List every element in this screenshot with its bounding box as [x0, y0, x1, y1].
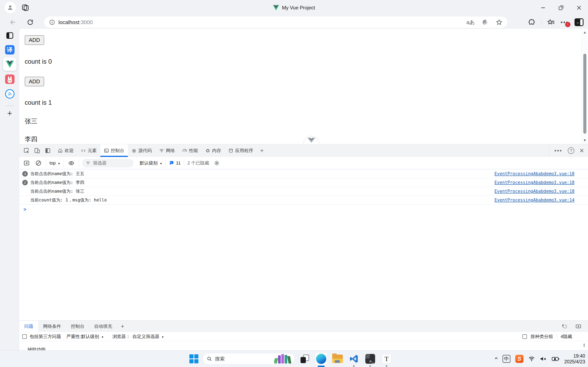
volume-muted-icon[interactable] — [540, 356, 547, 362]
console-settings-gear-icon[interactable] — [213, 159, 221, 167]
collections-icon[interactable] — [547, 19, 555, 26]
devtools-close-icon[interactable]: × — [580, 147, 584, 154]
vue-devtools-toggle[interactable] — [304, 137, 319, 144]
tab-application[interactable]: 应用程序 — [225, 144, 257, 157]
running-indicator — [369, 365, 371, 367]
drawer-more-tools-button[interactable]: + — [117, 321, 128, 332]
chevron-down-icon — [101, 334, 104, 339]
taskbar-terminal-button[interactable]: >_ — [364, 352, 376, 365]
add-button-1[interactable]: ADD — [25, 35, 44, 45]
new-tab-button[interactable]: + — [0, 109, 19, 118]
source-link[interactable]: EventProcessingAbabdemo3.vue:18 — [494, 189, 574, 194]
tab-elements[interactable]: 元素 — [77, 144, 100, 157]
battery-icon[interactable] — [552, 356, 559, 362]
clear-console-icon[interactable] — [34, 159, 43, 167]
window-title: My Vue Project — [282, 5, 315, 11]
console-sidebar-icon[interactable] — [22, 159, 31, 167]
taskbar-search[interactable]: 搜索 — [203, 353, 295, 365]
device-toolbar-icon[interactable] — [33, 146, 42, 155]
site-info-icon[interactable] — [49, 19, 55, 25]
refresh-issues-icon[interactable] — [560, 322, 569, 331]
expand-drawer-icon[interactable] — [574, 322, 583, 331]
tab-translate-favicon[interactable]: 译 — [0, 45, 19, 55]
url-host: localhost — [59, 19, 79, 25]
tab-actions-icon[interactable] — [0, 31, 19, 40]
drawer-tab-autofill[interactable]: 自动填充 — [89, 321, 117, 332]
third-party-checkbox[interactable] — [22, 334, 27, 339]
source-link[interactable]: EventProcessingAbabdemo3.vue:14 — [494, 198, 574, 202]
read-aloud-icon[interactable] — [482, 19, 489, 26]
more-tools-button[interactable]: + — [257, 144, 267, 157]
tray-overflow-chevron-icon[interactable]: ^ — [495, 357, 498, 361]
count-text-2: count is 1 — [25, 99, 52, 106]
start-button[interactable] — [189, 352, 199, 365]
severity-dropdown[interactable]: 严重性:默认级别 — [66, 334, 104, 340]
sidebar-toggle-icon[interactable]: ← — [574, 18, 583, 26]
drawer-scroll-spinner[interactable]: ▲▼ — [583, 343, 586, 347]
tab-vue-active[interactable] — [0, 57, 19, 71]
back-button[interactable] — [8, 17, 18, 28]
tab-welcome[interactable]: 欢迎 — [54, 144, 77, 157]
add-button-2[interactable]: ADD — [25, 77, 44, 86]
issues-counter[interactable]: 11 — [169, 160, 181, 166]
prompt-chevron-icon: > — [24, 207, 26, 212]
close-window-button[interactable] — [570, 0, 588, 15]
ime-indicator[interactable]: 中 — [503, 355, 510, 363]
favorite-star-icon[interactable] — [496, 19, 503, 26]
browser-filter-dropdown[interactable]: 浏览器： 自定义筛选器 — [112, 334, 164, 340]
taskbar-clock[interactable]: 19:40 2025/4/23 — [564, 353, 585, 365]
scroll-down-icon[interactable]: ▼ — [581, 138, 588, 142]
console-prompt[interactable]: > — [19, 205, 588, 214]
tab-network[interactable]: 网络 — [155, 144, 179, 157]
drawer-tab-issues[interactable]: 问题 — [19, 321, 38, 332]
drawer-tab-console[interactable]: 控制台 — [66, 321, 89, 332]
tab-performance[interactable]: 性能 — [179, 144, 202, 157]
scroll-up-icon[interactable]: ▲ — [581, 30, 588, 34]
refresh-button[interactable] — [25, 17, 35, 28]
vue-favicon — [6, 61, 14, 68]
name-item-2[interactable]: 李四 — [25, 135, 52, 143]
task-view-button[interactable] — [298, 352, 311, 365]
wifi-icon[interactable] — [528, 356, 535, 362]
name-item-1[interactable]: 张三 — [25, 117, 52, 125]
tab-signal-favicon[interactable] — [0, 89, 19, 99]
group-by-kind-checkbox[interactable] — [522, 334, 527, 339]
scrollbar-thumb[interactable] — [583, 54, 586, 134]
restore-button[interactable] — [552, 0, 570, 15]
inspect-element-icon[interactable] — [22, 146, 31, 155]
search-highlight-image[interactable] — [274, 354, 293, 364]
screen: My Vue Project localhost:3000 aあ — [0, 0, 588, 367]
url-field[interactable]: localhost:3000 aあ — [44, 17, 508, 28]
taskbar-explorer-button[interactable] — [331, 352, 344, 365]
page-scrollbar[interactable]: ▲ ▼ — [581, 29, 588, 144]
console-filter-input[interactable]: 筛选器 — [82, 159, 133, 167]
translate-icon[interactable]: aあ — [466, 19, 475, 26]
tab-rabbit-favicon[interactable] — [0, 75, 19, 84]
taskbar-vscode-button[interactable] — [348, 352, 360, 365]
settings-more-button[interactable]: ••• ↑ — [561, 18, 569, 26]
chevron-down-icon — [160, 160, 162, 166]
taskbar-edge-button[interactable] — [315, 352, 327, 365]
sogou-input-icon[interactable]: S — [515, 355, 523, 363]
live-expression-eye-icon[interactable] — [67, 159, 76, 167]
hidden-messages-label[interactable]: 2 个已隐藏 — [187, 160, 209, 166]
drawer-tab-network-conditions[interactable]: 网络条件 — [38, 321, 66, 332]
log-level-selector[interactable]: 默认级别 — [140, 160, 162, 166]
taskbar-typora-button[interactable]: T — [380, 352, 393, 365]
extensions-icon[interactable] — [528, 19, 536, 26]
devtools-help-icon[interactable]: ? — [568, 147, 574, 154]
issue-category-label[interactable]: 辅助功能 — [28, 347, 46, 350]
filter-placeholder: 筛选器 — [93, 160, 106, 166]
tab-sources[interactable]: 源代码 — [128, 144, 155, 157]
active-tab-title[interactable]: My Vue Project — [0, 0, 588, 15]
context-selector[interactable]: top — [50, 160, 60, 166]
source-link[interactable]: EventProcessingAbabdemo3.vue:18 — [494, 180, 574, 185]
tab-memory[interactable]: 内存 — [202, 144, 225, 157]
source-link[interactable]: EventProcessingAbabdemo3.vue:18 — [494, 171, 574, 176]
hidden-issues-count[interactable]: 4隐藏 — [561, 334, 572, 340]
dock-side-icon[interactable] — [43, 146, 52, 155]
tab-console[interactable]: 控制台 — [100, 144, 128, 157]
devtools-more-icon[interactable]: ••• — [554, 148, 562, 154]
issues-bubble-icon — [169, 160, 174, 166]
minimize-button[interactable] — [534, 0, 552, 15]
